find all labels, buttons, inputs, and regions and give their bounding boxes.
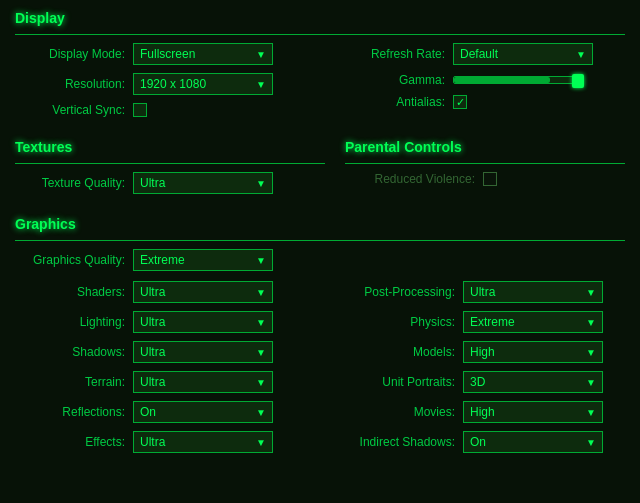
unit-portraits-dropdown[interactable]: 3D ▼	[463, 371, 603, 393]
reflections-value: On	[140, 405, 156, 419]
unit-portraits-arrow: ▼	[586, 377, 596, 388]
shadows-label: Shadows:	[15, 345, 125, 359]
shadows-dropdown[interactable]: Ultra ▼	[133, 341, 273, 363]
unit-portraits-label: Unit Portraits:	[335, 375, 455, 389]
display-section-title: Display	[15, 10, 625, 26]
effects-value: Ultra	[140, 435, 165, 449]
lighting-dropdown[interactable]: Ultra ▼	[133, 311, 273, 333]
graphics-quality-dropdown[interactable]: Extreme ▼	[133, 249, 273, 271]
texture-quality-arrow: ▼	[256, 178, 266, 189]
effects-arrow: ▼	[256, 437, 266, 448]
refresh-rate-value: Default	[460, 47, 498, 61]
effects-dropdown[interactable]: Ultra ▼	[133, 431, 273, 453]
post-processing-value: Ultra	[470, 285, 495, 299]
physics-label: Physics:	[335, 315, 455, 329]
antialias-checkbox[interactable]	[453, 95, 467, 109]
graphics-quality-label: Graphics Quality:	[15, 253, 125, 267]
display-mode-arrow: ▼	[256, 49, 266, 60]
graphics-section-title: Graphics	[15, 216, 625, 232]
refresh-rate-dropdown[interactable]: Default ▼	[453, 43, 593, 65]
lighting-label: Lighting:	[15, 315, 125, 329]
indirect-shadows-arrow: ▼	[586, 437, 596, 448]
texture-quality-dropdown[interactable]: Ultra ▼	[133, 172, 273, 194]
textures-section-title: Textures	[15, 139, 325, 155]
models-dropdown[interactable]: High ▼	[463, 341, 603, 363]
display-mode-label: Display Mode:	[15, 47, 125, 61]
resolution-dropdown[interactable]: 1920 x 1080 ▼	[133, 73, 273, 95]
terrain-dropdown[interactable]: Ultra ▼	[133, 371, 273, 393]
resolution-value: 1920 x 1080	[140, 77, 206, 91]
reflections-label: Reflections:	[15, 405, 125, 419]
indirect-shadows-dropdown[interactable]: On ▼	[463, 431, 603, 453]
refresh-rate-label: Refresh Rate:	[345, 47, 445, 61]
vertical-sync-checkbox[interactable]	[133, 103, 147, 117]
movies-dropdown[interactable]: High ▼	[463, 401, 603, 423]
graphics-quality-arrow: ▼	[256, 255, 266, 266]
vertical-sync-label: Vertical Sync:	[15, 103, 125, 117]
post-processing-arrow: ▼	[586, 287, 596, 298]
display-mode-value: Fullscreen	[140, 47, 195, 61]
texture-quality-value: Ultra	[140, 176, 165, 190]
post-processing-label: Post-Processing:	[335, 285, 455, 299]
indirect-shadows-value: On	[470, 435, 486, 449]
antialias-label: Antialias:	[345, 95, 445, 109]
reduced-violence-label: Reduced Violence:	[345, 172, 475, 186]
post-processing-dropdown[interactable]: Ultra ▼	[463, 281, 603, 303]
gamma-label: Gamma:	[345, 73, 445, 87]
refresh-rate-arrow: ▼	[576, 49, 586, 60]
shadows-arrow: ▼	[256, 347, 266, 358]
reflections-dropdown[interactable]: On ▼	[133, 401, 273, 423]
physics-arrow: ▼	[586, 317, 596, 328]
resolution-arrow: ▼	[256, 79, 266, 90]
texture-quality-label: Texture Quality:	[15, 176, 125, 190]
physics-dropdown[interactable]: Extreme ▼	[463, 311, 603, 333]
lighting-arrow: ▼	[256, 317, 266, 328]
indirect-shadows-label: Indirect Shadows:	[335, 435, 455, 449]
physics-value: Extreme	[470, 315, 515, 329]
shaders-arrow: ▼	[256, 287, 266, 298]
shaders-dropdown[interactable]: Ultra ▼	[133, 281, 273, 303]
shadows-value: Ultra	[140, 345, 165, 359]
models-label: Models:	[335, 345, 455, 359]
resolution-label: Resolution:	[15, 77, 125, 91]
movies-label: Movies:	[335, 405, 455, 419]
shaders-label: Shaders:	[15, 285, 125, 299]
movies-value: High	[470, 405, 495, 419]
lighting-value: Ultra	[140, 315, 165, 329]
graphics-quality-value: Extreme	[140, 253, 185, 267]
shaders-value: Ultra	[140, 285, 165, 299]
reflections-arrow: ▼	[256, 407, 266, 418]
terrain-label: Terrain:	[15, 375, 125, 389]
unit-portraits-value: 3D	[470, 375, 485, 389]
effects-label: Effects:	[15, 435, 125, 449]
models-arrow: ▼	[586, 347, 596, 358]
models-value: High	[470, 345, 495, 359]
gamma-slider[interactable]	[453, 76, 583, 84]
movies-arrow: ▼	[586, 407, 596, 418]
terrain-arrow: ▼	[256, 377, 266, 388]
terrain-value: Ultra	[140, 375, 165, 389]
display-mode-dropdown[interactable]: Fullscreen ▼	[133, 43, 273, 65]
reduced-violence-checkbox[interactable]	[483, 172, 497, 186]
parental-section-title: Parental Controls	[345, 139, 625, 155]
